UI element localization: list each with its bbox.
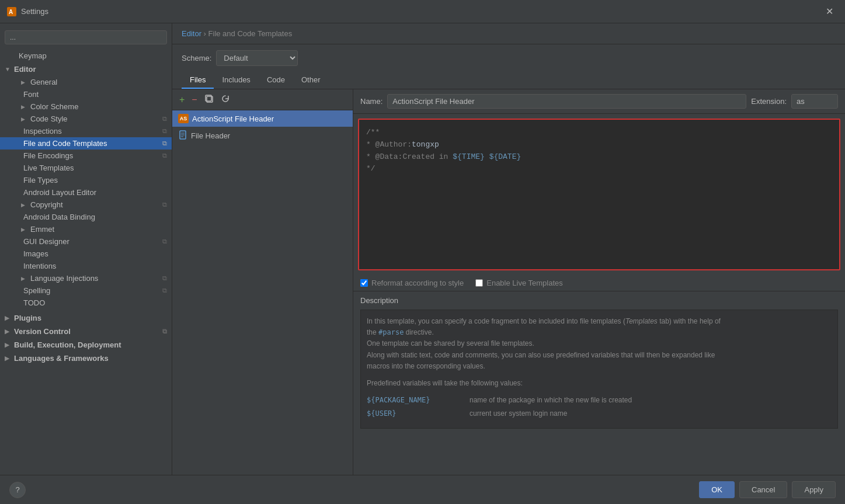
sidebar-item-label: File and Code Templates [23,139,107,148]
sidebar-item-label: Code Style [30,114,68,123]
template-area: + − [172,89,845,475]
live-templates-checkbox-label[interactable]: Enable Live Templates [475,279,563,287]
reformat-label: Reformat according to style [371,279,464,287]
code-editor[interactable]: /** * @Author:tongxp * @Data:Created in … [358,119,840,270]
var-desc-user: current user system login name [470,408,567,419]
sidebar-item-file-encodings[interactable]: File Encodings ⧉ [0,150,172,162]
live-templates-label: Enable Live Templates [486,279,563,287]
template-item-label: File Header [191,131,230,140]
sidebar-item-language-injections[interactable]: Language Injections ⧉ [0,272,172,284]
sidebar-item-file-types[interactable]: File Types [0,174,172,186]
window-title: Settings [21,7,821,16]
description-section: Description In this template, you can sp… [353,291,845,475]
sidebar-item-todo[interactable]: TODO [0,297,172,309]
sidebar-item-android-data-binding[interactable]: Android Data Binding [0,211,172,223]
sidebar-item-copyright[interactable]: Copyright ⧉ [0,199,172,211]
code-line-4: */ [366,163,832,175]
sidebar-item-label: Font [23,90,39,99]
sidebar-item-label: File Encodings [23,151,73,160]
sidebar-item-label: Android Data Binding [23,213,95,221]
template-item-label: ActionScript File Header [192,114,274,123]
tab-other[interactable]: Other [293,72,329,89]
help-button[interactable]: ? [9,482,26,498]
sidebar-item-label: Images [23,249,48,258]
sidebar-item-label: Languages & Frameworks [14,354,109,363]
ok-button[interactable]: OK [699,481,735,498]
sidebar-item-keymap[interactable]: Keymap [0,49,172,62]
reformat-checkbox-label[interactable]: Reformat according to style [360,279,464,287]
var-name-user: ${USER} [367,408,460,419]
extension-input[interactable] [791,94,838,109]
sidebar-item-label: Inspections [23,127,62,135]
copy-icon: ⧉ [162,152,167,159]
sidebar-item-label: TODO [23,298,45,307]
sidebar-item-label: Language Injections [30,274,98,283]
sidebar-item-label: Android Layout Editor [23,188,96,197]
sidebar-item-font[interactable]: Font [0,88,172,100]
template-item-as-header[interactable]: AS ActionScript File Header [172,110,353,127]
scheme-label: Scheme: [182,54,211,62]
copy-icon: ⧉ [162,287,167,294]
sidebar-item-images[interactable]: Images [0,248,172,260]
copy-icon: ⧉ [162,274,167,282]
sidebar-item-label: General [30,78,57,86]
sidebar-item-emmet[interactable]: Emmet [0,223,172,235]
cancel-button[interactable]: Cancel [739,481,787,498]
sidebar-item-code-style[interactable]: Code Style ⧉ [0,113,172,125]
breadcrumb-parent[interactable]: Editor [182,29,201,38]
sidebar-item-build-execution[interactable]: Build, Execution, Deployment [0,338,172,352]
template-item-file-header[interactable]: File Header [172,127,353,145]
sidebar-item-plugins[interactable]: Plugins [0,311,172,325]
var-row-package: ${PACKAGE_NAME} name of the package in w… [367,395,832,406]
name-label: Name: [360,97,382,106]
breadcrumb-separator: › [204,29,206,38]
sidebar-item-label: Intentions [23,262,56,270]
add-template-button[interactable]: + [177,93,187,106]
sidebar-item-label: Live Templates [23,164,74,172]
remove-template-button[interactable]: − [189,93,199,106]
sidebar-item-label: Keymap [19,51,47,60]
scheme-select[interactable]: Default [216,50,298,66]
sidebar-item-inspections[interactable]: Inspections ⧉ [0,125,172,137]
breadcrumb-current: File and Code Templates [208,29,293,38]
live-templates-checkbox[interactable] [475,279,483,287]
sidebar-item-gui-designer[interactable]: GUI Designer ⧉ [0,235,172,248]
tab-files[interactable]: Files [182,72,214,89]
sidebar-item-android-layout-editor[interactable]: Android Layout Editor [0,186,172,199]
right-panel: Name: Extension: /** * @Author:tongxp * … [353,89,845,475]
sidebar-item-spelling[interactable]: Spelling ⧉ [0,284,172,297]
description-text: In this template, you can specify a code… [367,316,832,372]
title-bar: A Settings ✕ [0,0,845,23]
sidebar-item-live-templates[interactable]: Live Templates [0,162,172,174]
options-row: Reformat according to style Enable Live … [353,275,845,291]
search-input[interactable] [5,30,167,44]
sidebar: Keymap Editor General Font Color Scheme [0,23,172,475]
reset-template-button[interactable] [218,93,232,106]
name-input[interactable] [387,94,746,109]
copy-icon: ⧉ [162,238,167,245]
bottom-bar: ? OK Cancel Apply [0,475,845,504]
copy-icon: ⧉ [162,328,167,335]
close-button[interactable]: ✕ [821,4,838,19]
sidebar-item-editor[interactable]: Editor [0,62,172,76]
tab-includes[interactable]: Includes [214,72,258,89]
reformat-checkbox[interactable] [360,279,368,287]
sidebar-item-color-scheme[interactable]: Color Scheme [0,100,172,113]
sidebar-item-file-and-code-templates[interactable]: File and Code Templates ⧉ [0,137,172,150]
sidebar-item-label: Spelling [23,286,50,295]
scheme-row: Scheme: Default [172,44,845,72]
apply-button[interactable]: Apply [792,481,836,498]
sidebar-item-label: Color Scheme [30,102,78,111]
sidebar-item-label: Copyright [30,200,63,209]
predefined-label: Predefined variables will take the follo… [367,378,832,389]
copy-icon: ⧉ [162,127,167,135]
app-icon: A [7,7,16,16]
sidebar-item-version-control[interactable]: Version Control ⧉ [0,325,172,338]
sidebar-item-label: Editor [14,65,36,74]
tab-code[interactable]: Code [259,72,293,89]
template-items: AS ActionScript File Header [172,110,353,475]
copy-template-button[interactable] [202,93,216,106]
sidebar-item-intentions[interactable]: Intentions [0,260,172,272]
sidebar-item-languages-frameworks[interactable]: Languages & Frameworks [0,352,172,365]
sidebar-item-general[interactable]: General [0,76,172,88]
